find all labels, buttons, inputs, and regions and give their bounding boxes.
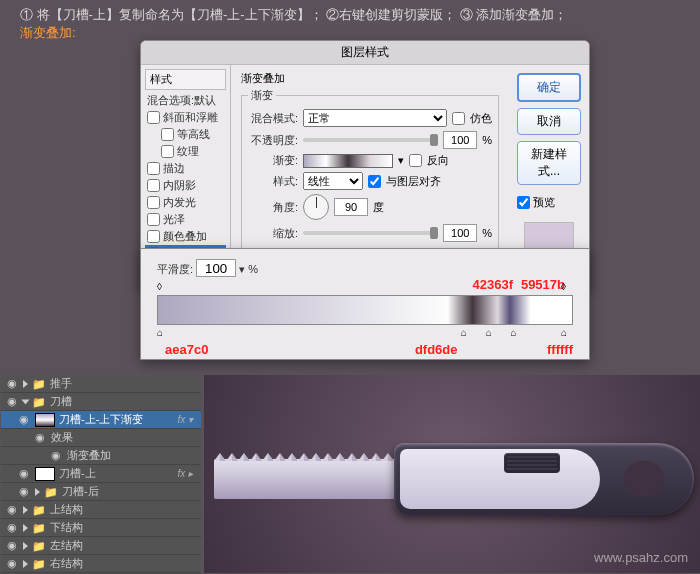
style-satin[interactable]: 光泽: [145, 211, 226, 228]
folder-icon: 📁: [32, 522, 46, 534]
smoothness-input[interactable]: [196, 259, 236, 277]
expand-icon[interactable]: [23, 542, 28, 550]
style-inner-glow-check[interactable]: [147, 196, 160, 209]
smoothness-label: 平滑度:: [157, 263, 193, 275]
visibility-icon[interactable]: ◉: [5, 377, 19, 391]
align-label: 与图层对齐: [386, 174, 441, 189]
layer-row[interactable]: ◉📁右结构: [1, 555, 201, 573]
opacity-stop-left[interactable]: ◊: [157, 281, 169, 295]
opacity-slider[interactable]: [303, 138, 438, 142]
folder-icon: 📁: [32, 396, 46, 408]
knife-blade: [214, 459, 414, 499]
color-stop-2[interactable]: ⌂: [461, 327, 473, 341]
style-texture-check[interactable]: [161, 145, 174, 158]
opacity-stop-right[interactable]: ◊: [561, 281, 573, 295]
color-stop-1[interactable]: ⌂: [157, 327, 169, 341]
preview-label: 预览: [533, 195, 555, 210]
expand-icon[interactable]: [23, 506, 28, 514]
folder-icon: 📁: [32, 378, 46, 390]
style-stroke[interactable]: 描边: [145, 160, 226, 177]
visibility-icon[interactable]: ◉: [5, 503, 19, 517]
angle-dial[interactable]: [303, 194, 329, 220]
fx-badge[interactable]: fx ▾: [177, 414, 197, 425]
scale-slider[interactable]: [303, 231, 438, 235]
visibility-icon[interactable]: ◉: [49, 449, 63, 463]
visibility-icon[interactable]: ◉: [5, 557, 19, 571]
folder-icon: 📁: [32, 540, 46, 552]
visibility-icon[interactable]: ◉: [5, 539, 19, 553]
dither-check[interactable]: [452, 112, 465, 125]
knife-handle: [394, 443, 694, 515]
scale-input[interactable]: [443, 224, 477, 242]
gradient-dropdown-icon[interactable]: ▾: [398, 154, 404, 167]
fx-badge[interactable]: fx ▸: [177, 468, 197, 479]
subsection-legend: 渐变: [248, 88, 276, 103]
gradient-bar[interactable]: [157, 295, 573, 325]
visibility-icon[interactable]: ◉: [17, 413, 31, 427]
layer-row[interactable]: ◉📁下结构: [1, 519, 201, 537]
expand-icon[interactable]: [23, 524, 28, 532]
knife-grip: [504, 453, 560, 473]
styles-header[interactable]: 样式: [145, 69, 226, 90]
color-stop-3[interactable]: ⌂: [486, 327, 498, 341]
style-bevel[interactable]: 斜面和浮雕: [145, 109, 226, 126]
style-inner-shadow[interactable]: 内阴影: [145, 177, 226, 194]
instruction-text: ① 将【刀槽-上】复制命名为【刀槽-上-上下渐变】； ②右键创建剪切蒙版； ③ …: [0, 0, 700, 44]
dither-label: 仿色: [470, 111, 492, 126]
section-title: 渐变叠加: [241, 71, 499, 86]
color-stop-5[interactable]: ⌂: [561, 327, 573, 341]
folder-icon: 📁: [44, 486, 58, 498]
canvas-preview: www.psahz.com: [204, 375, 700, 573]
visibility-icon[interactable]: ◉: [5, 395, 19, 409]
color-stop-4[interactable]: ⌂: [511, 327, 523, 341]
dialog-title: 图层样式: [141, 41, 589, 65]
layer-fx-row[interactable]: ◉渐变叠加: [1, 447, 201, 465]
visibility-icon[interactable]: ◉: [17, 485, 31, 499]
expand-icon[interactable]: [23, 560, 28, 568]
stop-label-2: 42363f: [473, 277, 513, 292]
style-color-overlay-check[interactable]: [147, 230, 160, 243]
stop-label-3: 59517b: [521, 277, 565, 292]
gradient-editor: 平滑度: ▾ % 42363f 59517b ◊ ◊ ⌂ ⌂ ⌂ ⌂ ⌂ aea…: [140, 248, 590, 360]
layer-row[interactable]: ◉📁左结构: [1, 537, 201, 555]
visibility-icon[interactable]: ◉: [5, 521, 19, 535]
scale-label: 缩放:: [248, 226, 298, 241]
style-color-overlay[interactable]: 颜色叠加: [145, 228, 226, 245]
layer-thumb: [35, 467, 55, 481]
style-texture[interactable]: 纹理: [145, 143, 226, 160]
style-inner-shadow-check[interactable]: [147, 179, 160, 192]
gradient-preview[interactable]: [303, 154, 393, 168]
style-satin-check[interactable]: [147, 213, 160, 226]
visibility-icon[interactable]: ◉: [33, 431, 47, 445]
expand-icon[interactable]: [22, 399, 30, 404]
style-inner-glow[interactable]: 内发光: [145, 194, 226, 211]
layer-fx-row[interactable]: ◉效果: [1, 429, 201, 447]
stop-label-5: ffffff: [547, 342, 573, 357]
new-style-button[interactable]: 新建样式...: [517, 141, 581, 185]
style-bevel-check[interactable]: [147, 111, 160, 124]
layer-row[interactable]: ◉📁上结构: [1, 501, 201, 519]
cancel-button[interactable]: 取消: [517, 108, 581, 135]
ok-button[interactable]: 确定: [517, 73, 581, 102]
angle-input[interactable]: [334, 198, 368, 216]
style-contour-check[interactable]: [161, 128, 174, 141]
expand-icon[interactable]: [35, 488, 40, 496]
visibility-icon[interactable]: ◉: [17, 467, 31, 481]
preview-check[interactable]: [517, 196, 530, 209]
reverse-check[interactable]: [409, 154, 422, 167]
layer-row-selected[interactable]: ◉刀槽-上-上下渐变fx ▾: [1, 411, 201, 429]
folder-icon: 📁: [32, 558, 46, 570]
align-check[interactable]: [368, 175, 381, 188]
layers-panel: ◉📁推手 ◉📁刀槽 ◉刀槽-上-上下渐变fx ▾ ◉效果 ◉渐变叠加 ◉刀槽-上…: [1, 375, 201, 574]
style-contour[interactable]: 等高线: [145, 126, 226, 143]
layer-row[interactable]: ◉刀槽-上fx ▸: [1, 465, 201, 483]
style-stroke-check[interactable]: [147, 162, 160, 175]
style-type-select[interactable]: 线性: [303, 172, 363, 190]
layer-row[interactable]: ◉📁刀槽: [1, 393, 201, 411]
layer-row[interactable]: ◉📁推手: [1, 375, 201, 393]
blend-default[interactable]: 混合选项:默认: [145, 92, 226, 109]
expand-icon[interactable]: [23, 380, 28, 388]
layer-row[interactable]: ◉📁刀槽-后: [1, 483, 201, 501]
blend-mode-select[interactable]: 正常: [303, 109, 447, 127]
opacity-input[interactable]: [443, 131, 477, 149]
